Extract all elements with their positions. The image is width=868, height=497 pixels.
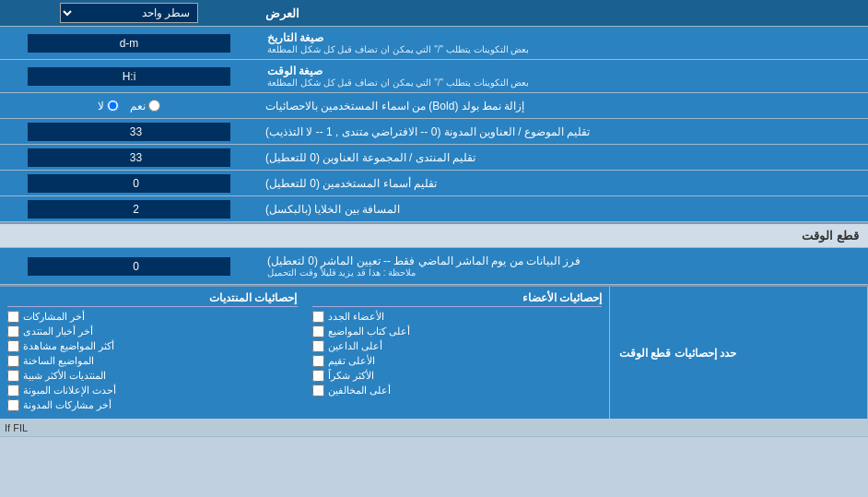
member-stat-2: أعلى الداعين bbox=[312, 340, 603, 352]
forum-stat-0: أخر المشاركات bbox=[7, 311, 298, 323]
forum-stat-5-checkbox[interactable] bbox=[7, 385, 19, 396]
filter-row: If FIL bbox=[0, 419, 868, 437]
forums-stats-title: إحصائيات المنتديات bbox=[7, 291, 298, 307]
members-stats-column: إحصائيات الأعضاء الأعضاء الجدد أعلى كتاب… bbox=[305, 287, 611, 419]
realtime-input[interactable] bbox=[28, 257, 230, 276]
cell-spacing-label: المسافة بين الخلايا (بالبكسل) bbox=[258, 196, 868, 221]
forum-stat-3-checkbox[interactable] bbox=[7, 355, 19, 367]
forum-trim-input-container bbox=[0, 145, 258, 170]
realtime-section-header: قطع الوقت bbox=[0, 222, 868, 248]
topics-trim-input-container bbox=[0, 119, 258, 144]
topics-trim-input[interactable] bbox=[28, 123, 230, 141]
member-stat-4: الأكثر شكراً bbox=[312, 370, 603, 382]
member-stat-3: الأعلى تقيم bbox=[312, 355, 603, 367]
users-trim-label: تقليم أسماء المستخدمين (0 للتعطيل) bbox=[258, 171, 868, 195]
topics-trim-label: تقليم الموضوع / العناوين المدونة (0 -- ا… bbox=[258, 119, 868, 144]
display-label: العرض bbox=[258, 0, 868, 26]
member-stat-0: الأعضاء الجدد bbox=[312, 311, 603, 323]
member-stat-2-checkbox[interactable] bbox=[312, 340, 324, 352]
lines-select-container[interactable]: سطر واحد سطرين ثلاثة أسطر bbox=[0, 0, 258, 26]
bold-yes-radio[interactable] bbox=[148, 100, 160, 112]
date-format-label: صيغة التاريخ بعض التكوينات يتطلب "/" الت… bbox=[258, 27, 868, 59]
member-stat-3-checkbox[interactable] bbox=[312, 355, 324, 367]
realtime-input-container bbox=[0, 248, 258, 284]
realtime-label: فرز البيانات من يوم الماشر الماضي فقط --… bbox=[258, 248, 868, 284]
member-stat-5: أعلى المخالفين bbox=[312, 385, 603, 396]
forum-trim-input[interactable] bbox=[28, 148, 230, 167]
bold-remove-radio-container: نعم لا bbox=[0, 93, 258, 118]
forum-stat-1: أخر أخبار المنتدى bbox=[7, 325, 298, 337]
bold-no-radio[interactable] bbox=[107, 100, 119, 112]
forum-stat-4-checkbox[interactable] bbox=[7, 370, 19, 382]
cell-spacing-input[interactable] bbox=[28, 200, 230, 219]
forum-stat-1-checkbox[interactable] bbox=[7, 325, 19, 337]
forum-stat-2: أكثر المواضيع مشاهدة bbox=[7, 340, 298, 352]
time-format-input[interactable] bbox=[28, 67, 230, 86]
forum-stat-0-checkbox[interactable] bbox=[7, 311, 19, 323]
filter-text: If FIL bbox=[5, 422, 28, 433]
forum-stat-2-checkbox[interactable] bbox=[7, 340, 19, 352]
date-format-input[interactable] bbox=[28, 34, 230, 53]
forum-stat-6-checkbox[interactable] bbox=[7, 399, 19, 411]
stats-limit-label: حدد إحصائيات قطع الوقت bbox=[619, 347, 736, 360]
forum-stat-3: المواضيع الساخنة bbox=[7, 355, 298, 367]
members-stats-title: إحصائيات الأعضاء bbox=[312, 291, 603, 307]
users-trim-input-container bbox=[0, 171, 258, 195]
bold-no-label[interactable]: لا bbox=[98, 100, 119, 112]
forum-stat-4: المنتديات الأكثر شبية bbox=[7, 370, 298, 382]
bold-yes-label[interactable]: نعم bbox=[130, 100, 160, 112]
bold-remove-label: إزالة نمط بولد (Bold) من اسماء المستخدمي… bbox=[258, 93, 868, 118]
forum-trim-label: تقليم المنتدى / المجموعة العناوين (0 للت… bbox=[258, 145, 868, 170]
member-stat-0-checkbox[interactable] bbox=[312, 311, 324, 323]
forum-stat-5: أحدث الإعلانات المبونة bbox=[7, 385, 298, 396]
lines-select[interactable]: سطر واحد سطرين ثلاثة أسطر bbox=[60, 3, 198, 23]
member-stat-5-checkbox[interactable] bbox=[312, 385, 324, 396]
member-stat-1-checkbox[interactable] bbox=[312, 325, 324, 337]
date-format-input-container bbox=[0, 27, 258, 59]
member-stat-1: أعلى كتاب المواضيع bbox=[312, 325, 603, 337]
forum-stat-6: أخر مشاركات المدونة bbox=[7, 399, 298, 411]
forums-stats-column: إحصائيات المنتديات أخر المشاركات أخر أخب… bbox=[0, 287, 305, 419]
cell-spacing-input-container bbox=[0, 196, 258, 221]
time-format-label: صيغة الوقت بعض التكوينات يتطلب "/" التي … bbox=[258, 60, 868, 92]
stats-limit-container: حدد إحصائيات قطع الوقت bbox=[610, 287, 868, 419]
member-stat-4-checkbox[interactable] bbox=[312, 370, 324, 382]
time-format-input-container bbox=[0, 60, 258, 92]
users-trim-input[interactable] bbox=[28, 174, 230, 193]
